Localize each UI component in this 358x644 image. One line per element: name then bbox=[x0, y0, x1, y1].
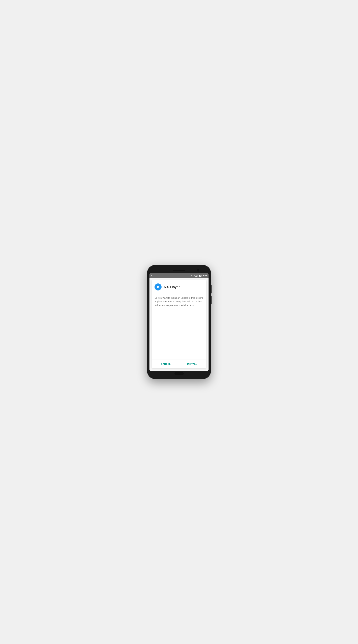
phone-top-bar bbox=[150, 267, 208, 273]
notification-check-icon: ✓ bbox=[153, 275, 155, 277]
status-bar: ≡ ✓ ⊙ H 6:46 bbox=[150, 273, 208, 278]
phone-device: ≡ ✓ ⊙ H 6:46 bbox=[147, 265, 211, 379]
dialog-body: Do you want to install an update to this… bbox=[152, 293, 206, 360]
status-bar-left: ≡ ✓ bbox=[151, 275, 155, 277]
h-network-icon: H bbox=[194, 275, 194, 276]
phone-bottom-bar bbox=[150, 371, 208, 377]
play-icon bbox=[157, 286, 160, 288]
phone-screen: ≡ ✓ ⊙ H 6:46 bbox=[150, 273, 208, 371]
dialog-header: MX Player bbox=[152, 280, 206, 293]
phone-camera bbox=[197, 269, 199, 272]
phone-side-button-2 bbox=[211, 296, 212, 304]
app-name: MX Player bbox=[164, 285, 180, 289]
install-button[interactable]: INSTALL bbox=[179, 361, 206, 367]
signal-icon bbox=[196, 275, 198, 276]
wifi-icon: ⊙ bbox=[191, 275, 192, 277]
app-icon bbox=[154, 284, 162, 290]
dialog-actions: CANCEL INSTALL bbox=[152, 360, 206, 368]
phone-speaker bbox=[173, 270, 185, 271]
status-bar-right: ⊙ H 6:46 bbox=[191, 274, 207, 277]
home-button[interactable] bbox=[174, 372, 184, 375]
phone-side-button bbox=[211, 285, 212, 294]
dialog-message: Do you want to install an update to this… bbox=[154, 296, 204, 307]
status-time: 6:46 bbox=[203, 274, 207, 277]
battery-icon bbox=[199, 275, 202, 276]
notification-list-icon: ≡ bbox=[151, 275, 152, 277]
install-dialog: MX Player Do you want to install an upda… bbox=[152, 280, 206, 368]
cancel-button[interactable]: CANCEL bbox=[152, 361, 179, 367]
